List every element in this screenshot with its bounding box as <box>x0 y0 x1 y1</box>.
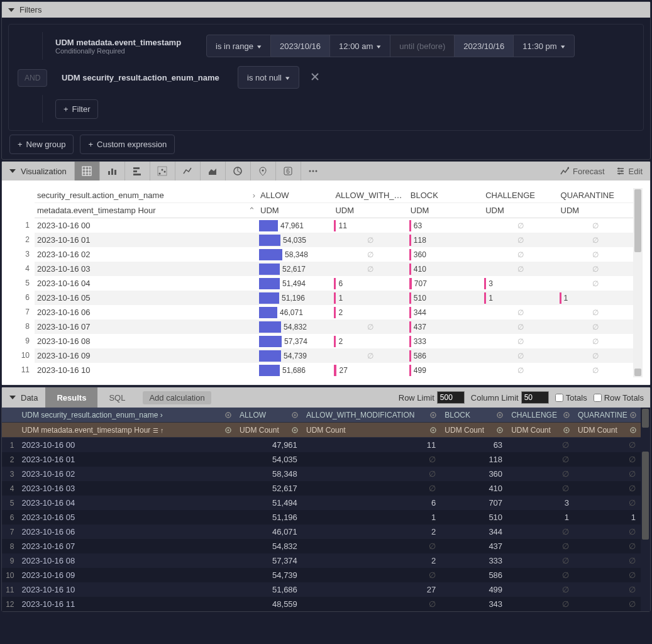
svg-point-27 <box>621 170 622 172</box>
viz-col-header[interactable]: ALLOW <box>258 191 333 200</box>
chevron-right-icon[interactable]: › <box>253 191 255 200</box>
data-dimension-label[interactable]: UDM metadata.event_timestamp Hour ☰ ↑ <box>18 426 236 435</box>
gear-icon[interactable] <box>224 426 232 434</box>
gear-icon[interactable] <box>563 411 570 419</box>
table-row[interactable]: 32023-10-16 0258,348∅360∅∅ <box>2 467 641 481</box>
svg-rect-10 <box>133 174 141 175</box>
viz-type-table[interactable] <box>74 162 99 180</box>
table-row[interactable]: 42023-10-16 0352,617∅410∅∅ <box>2 481 641 496</box>
table-row[interactable]: 2023-10-16 1051,68627499∅∅ <box>35 363 633 377</box>
value-cell: 1 <box>302 513 441 522</box>
table-row[interactable]: 2023-10-16 0551,196151011 <box>35 291 633 305</box>
custom-expression-button[interactable]: +Custom expression <box>80 135 175 154</box>
table-row[interactable]: 102023-10-16 0954,739∅586∅∅ <box>2 568 641 582</box>
add-calculation-button[interactable]: Add calculation <box>143 391 211 404</box>
table-row[interactable]: 2023-10-16 0857,3742333∅∅ <box>35 334 633 348</box>
table-row[interactable]: 92023-10-16 0857,3742333∅∅ <box>2 553 641 568</box>
table-row[interactable]: 2023-10-16 0954,739∅586∅∅ <box>35 348 633 363</box>
gear-icon[interactable] <box>291 411 299 419</box>
table-row[interactable]: 62023-10-16 0551,196151011 <box>2 510 641 525</box>
table-row[interactable]: 2023-10-16 0754,832∅437∅∅ <box>35 319 633 334</box>
data-header: Data Results SQL Add calculation Row Lim… <box>2 387 650 408</box>
viz-type-pie[interactable] <box>225 162 250 180</box>
filter-op-select[interactable]: is in range ▾ <box>206 35 271 57</box>
viz-type-map[interactable] <box>250 162 275 180</box>
row-totals-checkbox[interactable]: Row Totals <box>594 393 644 402</box>
data-col-header[interactable]: ALLOW <box>236 411 302 419</box>
viz-type-bar[interactable] <box>124 162 150 180</box>
viz-type-area[interactable] <box>200 162 225 180</box>
viz-col-header[interactable]: QUARANTINE <box>558 191 633 200</box>
column-limit-input[interactable] <box>521 391 549 404</box>
table-row[interactable]: 72023-10-16 0646,0712344∅∅ <box>2 525 641 539</box>
remove-filter-button[interactable] <box>306 70 324 86</box>
table-row[interactable]: 2023-10-16 0047,9611163∅∅ <box>35 218 633 233</box>
value-cell: 48,559 <box>236 599 302 609</box>
viz-type-single-value[interactable]: 6 <box>275 162 301 180</box>
data-measure-label[interactable]: UDM Count <box>507 426 574 435</box>
gear-icon[interactable] <box>629 426 637 434</box>
value-cell: 11 <box>333 220 407 231</box>
new-group-button[interactable]: +New group <box>9 135 74 154</box>
table-row[interactable]: 52023-10-16 0451,49467073∅ <box>2 496 641 510</box>
value-cell: ∅ <box>558 323 633 331</box>
gear-icon[interactable] <box>429 411 437 419</box>
gear-icon[interactable] <box>496 411 504 419</box>
gear-icon[interactable] <box>429 426 437 434</box>
edit-button[interactable]: Edit <box>616 167 643 176</box>
data-measure-label[interactable]: UDM Count <box>236 426 302 435</box>
viz-col-header[interactable]: CHALLENGE <box>483 191 558 200</box>
filter-time-start[interactable]: 12:00 am ▾ <box>330 35 390 57</box>
viz-col-header[interactable]: ALLOW_WITH_… <box>333 191 407 200</box>
filter-date-start[interactable]: 2023/10/16 <box>271 35 330 57</box>
viz-type-scatter[interactable] <box>150 162 175 180</box>
tab-results[interactable]: Results <box>45 387 97 408</box>
chevron-up-icon[interactable]: ⌃ <box>248 206 255 215</box>
data-pivot-label[interactable]: UDM security_result.action_enum_name › <box>18 411 236 419</box>
add-filter-button[interactable]: + Filter <box>55 99 98 119</box>
gear-icon[interactable] <box>291 426 299 434</box>
table-row[interactable]: 2023-10-16 0352,617∅410∅∅ <box>35 262 633 276</box>
viz-measure-label: UDM <box>408 206 483 215</box>
filter-op-select[interactable]: is not null ▾ <box>238 66 299 89</box>
table-row[interactable]: 122023-10-16 1148,559∅343∅∅ <box>2 597 641 611</box>
row-limit-input[interactable] <box>437 391 465 404</box>
totals-checkbox[interactable]: Totals <box>555 393 587 402</box>
gear-icon[interactable] <box>224 411 232 419</box>
filter-date-end[interactable]: 2023/10/16 <box>455 35 514 57</box>
table-row[interactable]: 82023-10-16 0754,832∅437∅∅ <box>2 539 641 553</box>
viz-col-header[interactable]: BLOCK <box>408 191 483 200</box>
scrollbar[interactable] <box>641 408 650 611</box>
visualization-collapse[interactable]: Visualization <box>2 164 74 179</box>
table-row[interactable]: 112023-10-16 1051,68627499∅∅ <box>2 582 641 597</box>
table-row[interactable]: 2023-10-16 0646,0712344∅∅ <box>35 305 633 319</box>
data-measure-label[interactable]: UDM Count <box>441 426 507 435</box>
scrollbar[interactable] <box>633 188 643 377</box>
table-row[interactable]: 2023-10-16 0258,348∅360∅∅ <box>35 247 633 262</box>
value-cell: 510 <box>408 292 483 304</box>
gear-icon[interactable] <box>629 411 637 419</box>
filter-time-end[interactable]: 11:30 pm ▾ <box>514 35 574 57</box>
data-measure-label[interactable]: UDM Count <box>302 426 441 435</box>
table-row[interactable]: 2023-10-16 0154,035∅118∅∅ <box>35 233 633 247</box>
data-col-header[interactable]: CHALLENGE <box>507 411 574 419</box>
table-row[interactable]: 12023-10-16 0047,9611163∅∅ <box>2 438 641 452</box>
data-collapse[interactable]: Data <box>2 390 45 406</box>
table-row[interactable]: 2023-10-16 0451,49467073∅ <box>35 276 633 291</box>
data-col-header[interactable]: ALLOW_WITH_MODIFICATION <box>302 411 441 419</box>
forecast-button[interactable]: Forecast <box>560 167 605 176</box>
viz-type-line[interactable] <box>175 162 200 180</box>
data-col-header[interactable]: QUARANTINE <box>574 411 641 419</box>
filters-header[interactable]: Filters <box>2 2 650 18</box>
viz-type-column[interactable] <box>99 162 124 180</box>
value-cell: ∅ <box>507 527 574 536</box>
gear-icon[interactable] <box>496 426 504 434</box>
data-col-header[interactable]: BLOCK <box>441 411 507 419</box>
data-measure-label[interactable]: UDM Count <box>574 426 641 435</box>
value-cell: ∅ <box>302 484 441 493</box>
table-row[interactable]: 22023-10-16 0154,035∅118∅∅ <box>2 452 641 467</box>
filter-range-joiner: until (before) <box>390 35 455 57</box>
tab-sql[interactable]: SQL <box>97 387 136 408</box>
viz-type-more[interactable] <box>301 162 326 180</box>
gear-icon[interactable] <box>563 426 570 434</box>
